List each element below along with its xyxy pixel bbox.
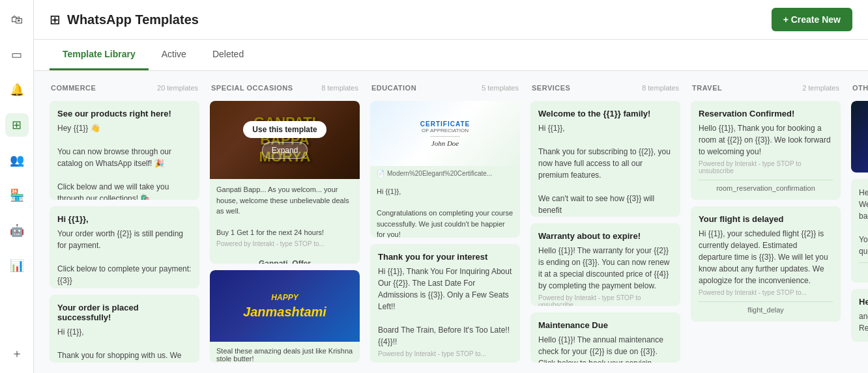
travel-reservation-name: room_reservation_confirmation [699,180,833,192]
tab-template-library[interactable]: Template Library [50,40,149,70]
page-title: WhatsApp Templates [67,12,199,27]
commerce-card-3-title: Your order is placed successfully! [57,303,192,322]
sidebar-icon-bell[interactable]: 🔔 [5,78,29,102]
category-others-name: OTHERS [852,84,868,92]
janmashtami-text-happy: HAPPY [271,293,298,302]
category-special-occasions-count: 8 templates [321,84,358,92]
travel-flight-powered: Powered by Interakt - type STOP to... [699,289,833,296]
education-admission-powered: Powered by Interakt - type STOP to... [378,350,512,357]
sidebar-icon-inbox[interactable]: ▭ [5,43,29,66]
category-special-occasions-name: SPECIAL OCCASIONS [211,84,293,92]
commerce-card-2-title: Hi {{1}}, [57,214,192,224]
special-occasions-card-ganpati[interactable]: Use this template Expand GANPATIBAPPAMOR… [210,101,360,264]
travel-reservation-body: Hello {{1}}, Thank you for booking a roo… [699,122,833,158]
services-card-maintenance[interactable]: Maintenance Due Hello {{1}}! The annual … [530,312,680,363]
services-warranty-powered: Powered by Interakt - type STOP to unsub… [538,294,673,306]
ganpati-image: Use this template Expand GANPATIBAPPAMOR… [210,101,360,179]
page-icon: ⊞ [50,12,61,27]
services-maintenance-body: Hello {{1}}! The annual maintenance chec… [538,334,673,363]
travel-reservation-title: Reservation Confirmed! [699,109,833,118]
category-others: OTHERS ⬡ Hello {{1}}We're currently n...… [851,81,868,363]
category-others-header: OTHERS [851,81,868,94]
special-occasions-card-janmashtami[interactable]: HAPPY Janmashtami Steal these amazing de… [210,270,360,363]
category-education: EDUCATION 5 templates CERTIFICATE OF APP… [370,81,520,363]
janmashtami-card-body: Steal these amazing deals just like Kris… [210,342,360,363]
sidebar-icon-grid[interactable]: ⊞ [5,113,29,137]
cert-image: CERTIFICATE OF APPRECIATION John Doe [370,101,520,166]
commerce-card-3[interactable]: Your order is placed successfully! Hi {{… [50,295,199,363]
ganpati-overlay: Use this template Expand [210,101,360,179]
file-icon: 📄 [377,170,384,177]
sidebar-icon-bot[interactable]: 🤖 [5,219,29,242]
others-card-hey[interactable]: Hey {{1}}! Haver... and We miss youRecei… [851,289,868,342]
commerce-card-2[interactable]: Hi {{1}}, Your order worth {{2}} is stil… [50,206,199,288]
category-education-header: EDUCATION 5 templates [370,81,520,94]
tab-deleted[interactable]: Deleted [199,40,257,70]
category-commerce: COMMERCE 20 templates See our products r… [50,81,199,363]
category-services-header: SERVICES 8 templates [530,81,680,94]
commerce-card-2-body: Your order worth {{2}} is still pending … [57,228,192,286]
tabs-bar: Template Library Active Deleted [34,40,868,71]
commerce-card-1-title: See our products right here! [57,109,192,118]
education-card-admission[interactable]: Thank you for your interest Hi {{1}}, Th… [370,244,520,363]
category-travel-header: TRAVEL 2 templates [691,81,841,94]
main-content: ⊞ WhatsApp Templates + Create New Templa… [34,0,868,373]
janmashtami-text-name: Janmashtami [243,305,326,320]
category-commerce-count: 20 templates [157,84,198,92]
travel-card-reservation[interactable]: Reservation Confirmed! Hello {{1}}, Than… [691,101,841,200]
category-travel: TRAVEL 2 templates Reservation Confirmed… [691,81,841,363]
sidebar-icon-people[interactable]: 👥 [5,148,29,172]
header: ⊞ WhatsApp Templates + Create New [34,0,868,40]
expand-button-ganpati[interactable]: Expand [262,142,308,159]
travel-flight-name: flight_delay [699,301,833,314]
cert-title: CERTIFICATE [420,120,470,128]
header-left: ⊞ WhatsApp Templates [50,12,199,27]
others-image: ⬡ [851,101,868,173]
category-services-count: 8 templates [642,84,679,92]
others-close-body: Hello {{1}}We're currently n... and will… [859,187,868,257]
others-card-image[interactable]: ⬡ [851,101,868,173]
travel-card-flight[interactable]: Your flight is delayed Hi {{1}}, your sc… [691,206,841,322]
travel-reservation-powered: Powered by Interakt - type STOP to unsub… [699,160,833,174]
category-services-name: SERVICES [532,84,570,92]
use-template-button-ganpati[interactable]: Use this template [243,121,326,138]
services-card-subscription[interactable]: Welcome to the {{1}} family! Hi {{1}},Th… [530,101,680,217]
cert-file-name: Modern%20Elegant%20Certificate... [387,170,492,177]
category-education-name: EDUCATION [371,84,416,92]
services-warranty-body: Hello {{1}}! The warranty for your {{2}}… [538,245,673,292]
commerce-card-1[interactable]: See our products right here! Hey {{1}} 👋… [50,101,199,200]
services-card-warranty[interactable]: Warranty about to expire! Hello {{1}}! T… [530,223,680,306]
travel-flight-body: Hi {{1}}, your scheduled flight {{2}} is… [699,228,833,286]
templates-content: COMMERCE 20 templates See our products r… [34,71,868,373]
education-admission-body: Hi {{1}}, Thank You For Inquiring About … [378,266,512,348]
sidebar-icon-add[interactable]: ＋ [5,342,29,365]
commerce-card-1-body: Hey {{1}} 👋You can now browse through ou… [57,122,192,200]
cert-divider [430,136,460,137]
category-travel-count: 2 templates [802,84,839,92]
sidebar-icon-bag[interactable]: 🛍 [5,8,29,31]
ganpati-card-body: Ganpati Bapp... As you welcom... your ho… [210,179,360,254]
education-admission-title: Thank you for your interest [378,252,512,262]
category-services: SERVICES 8 templates Welcome to the {{1}… [530,81,680,363]
services-warranty-title: Warranty about to expire! [538,231,673,241]
category-education-count: 5 templates [482,84,519,92]
sidebar-icon-chart[interactable]: 📊 [5,254,29,277]
education-card-cert[interactable]: CERTIFICATE OF APPRECIATION John Doe 📄 M… [370,101,520,238]
travel-flight-title: Your flight is delayed [699,214,833,224]
cert-file-label: 📄 Modern%20Elegant%20Certificate... [370,166,520,181]
category-travel-name: TRAVEL [692,84,722,92]
others-card-close[interactable]: Hello {{1}}We're currently n... and will… [851,179,868,283]
others-close-name: close... [859,262,868,275]
cert-name: John Doe [420,139,470,147]
janmashtami-image: HAPPY Janmashtami [210,270,360,342]
category-special-occasions-header: SPECIAL OCCASIONS 8 templates [210,81,360,94]
create-new-button[interactable]: + Create New [772,8,852,31]
services-subscription-body: Hi {{1}},Thank you for subscribing to {{… [538,122,673,216]
sidebar: 🛍 ▭ 🔔 ⊞ 👥 🏪 🤖 📊 ＋ [0,0,34,373]
cert-content: CERTIFICATE OF APPRECIATION John Doe [415,115,475,152]
cert-subtitle: OF APPRECIATION [420,128,470,133]
commerce-card-3-body: Hi {{1}},Thank you for shopping with us.… [57,326,192,363]
tab-active[interactable]: Active [149,40,199,70]
ganpati-template-name: Ganpati_Offer [210,254,360,264]
sidebar-icon-store[interactable]: 🏪 [5,184,29,207]
